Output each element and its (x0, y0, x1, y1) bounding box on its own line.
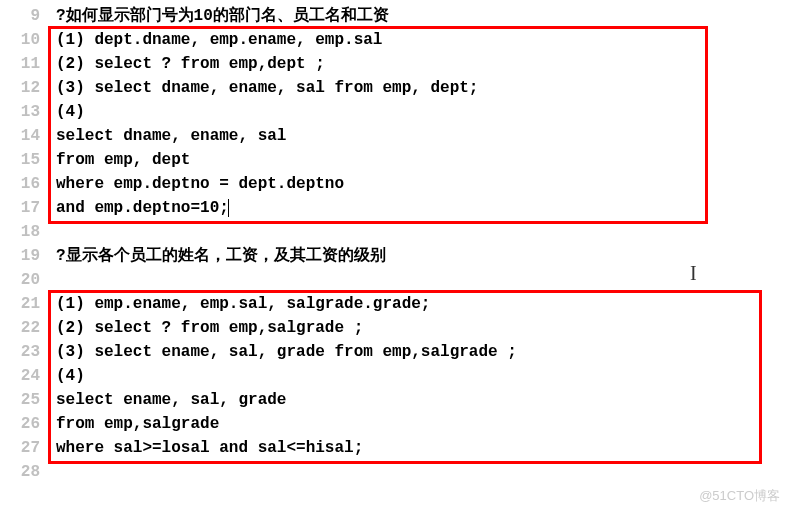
code-line[interactable]: from emp,salgrade (48, 412, 790, 436)
code-line[interactable]: (4) (48, 364, 790, 388)
code-line[interactable]: select ename, sal, grade (48, 388, 790, 412)
code-line[interactable]: ?如何显示部门号为10的部门名、员工名和工资 (48, 4, 790, 28)
code-line[interactable]: (3) select dname, ename, sal from emp, d… (48, 76, 790, 100)
code-line[interactable]: (1) emp.ename, emp.sal, salgrade.grade; (48, 292, 790, 316)
line-number: 23 (0, 340, 40, 364)
line-number: 10 (0, 28, 40, 52)
line-number: 24 (0, 364, 40, 388)
line-number: 13 (0, 100, 40, 124)
line-number: 22 (0, 316, 40, 340)
code-line[interactable] (48, 220, 790, 244)
line-number: 25 (0, 388, 40, 412)
line-number: 15 (0, 148, 40, 172)
code-line[interactable]: (3) select ename, sal, grade from emp,sa… (48, 340, 790, 364)
code-editor[interactable]: 9 10 11 12 13 14 15 16 17 18 19 20 21 22… (0, 0, 790, 484)
code-line[interactable]: where sal>=losal and sal<=hisal; (48, 436, 790, 460)
line-number: 9 (0, 4, 40, 28)
mouse-text-cursor-icon: I (690, 262, 697, 285)
code-line[interactable]: select dname, ename, sal (48, 124, 790, 148)
line-number: 21 (0, 292, 40, 316)
text-caret (228, 199, 229, 217)
line-number: 17 (0, 196, 40, 220)
line-number: 14 (0, 124, 40, 148)
line-number: 18 (0, 220, 40, 244)
watermark-text: @51CTO博客 (699, 487, 780, 505)
code-line[interactable]: and emp.deptno=10; (48, 196, 790, 220)
line-number: 27 (0, 436, 40, 460)
line-number: 12 (0, 76, 40, 100)
line-number: 16 (0, 172, 40, 196)
code-content[interactable]: ?如何显示部门号为10的部门名、员工名和工资 (1) dept.dname, e… (48, 4, 790, 484)
code-line[interactable]: (1) dept.dname, emp.ename, emp.sal (48, 28, 790, 52)
line-number: 26 (0, 412, 40, 436)
code-line[interactable]: (2) select ? from emp,salgrade ; (48, 316, 790, 340)
code-line[interactable]: ?显示各个员工的姓名，工资，及其工资的级别 (48, 244, 790, 268)
line-number: 11 (0, 52, 40, 76)
line-number-gutter: 9 10 11 12 13 14 15 16 17 18 19 20 21 22… (0, 4, 48, 484)
code-line[interactable]: (2) select ? from emp,dept ; (48, 52, 790, 76)
code-line[interactable]: where emp.deptno = dept.deptno (48, 172, 790, 196)
code-text: and emp.deptno=10; (56, 199, 229, 217)
line-number: 28 (0, 460, 40, 484)
code-line[interactable]: from emp, dept (48, 148, 790, 172)
code-line[interactable] (48, 268, 790, 292)
code-line[interactable] (48, 460, 790, 484)
line-number: 20 (0, 268, 40, 292)
line-number: 19 (0, 244, 40, 268)
code-line[interactable]: (4) (48, 100, 790, 124)
